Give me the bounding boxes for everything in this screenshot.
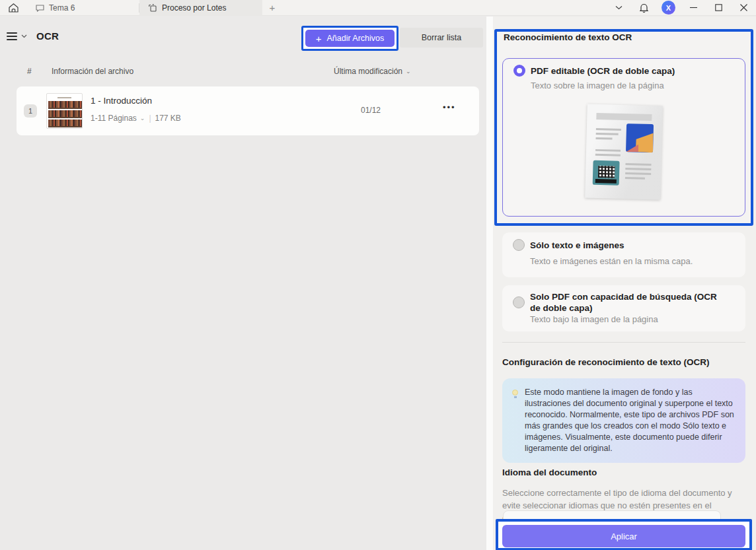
- menu-button[interactable]: [7, 32, 27, 40]
- tab-label: Proceso por Lotes: [162, 3, 226, 13]
- bookshelf-row: [48, 101, 82, 109]
- home-button[interactable]: [0, 0, 26, 16]
- chevron-down-icon: ⌄: [140, 115, 145, 121]
- close-button[interactable]: [731, 0, 756, 16]
- page-title: OCR: [36, 30, 59, 42]
- maximize-button[interactable]: [706, 0, 731, 16]
- doc-text-line: [625, 177, 645, 180]
- titlebar-right: X: [606, 0, 756, 16]
- file-list-area: OCR + Añadir Archivos Borrar lista # Inf…: [0, 17, 486, 550]
- tab-proceso-por-lotes[interactable]: Proceso por Lotes: [139, 0, 262, 16]
- add-files-button[interactable]: + Añadir Archivos: [305, 30, 395, 47]
- info-box: Este modo mantiene la imagen de fondo y …: [502, 378, 745, 463]
- doc-title-block: [596, 113, 652, 121]
- doc-photo-building: [593, 160, 620, 186]
- doc-text-line: [626, 172, 652, 175]
- plus-icon: +: [316, 33, 322, 44]
- option-label: Solo PDF con capacidad de búsqueda (OCR …: [530, 291, 728, 314]
- minimize-icon: [690, 4, 697, 11]
- hamburger-icon: [7, 32, 17, 40]
- vertical-divider: [486, 17, 493, 550]
- language-section-title: Idioma del documento: [502, 467, 597, 477]
- panel-title: Reconocimiento de texto OCR: [504, 32, 632, 42]
- annotation-box-apply: Aplicar: [496, 519, 752, 550]
- clear-list-label: Borrar lista: [422, 33, 461, 42]
- titlebar: Tema 6 Proceso por Lotes + X: [0, 0, 756, 16]
- document-preview-illustration: [586, 105, 662, 199]
- file-meta: 1-11 Páginas ⌄ | 177 KB: [91, 114, 181, 123]
- document-page: [585, 104, 663, 200]
- lightbulb-icon: [512, 390, 518, 395]
- annotation-box-add-files: + Añadir Archivos: [301, 26, 398, 51]
- option-description: Texto sobre la imagen de la página: [531, 81, 664, 90]
- page-range-selector[interactable]: 1-11 Páginas ⌄: [91, 114, 145, 123]
- last-modified-value: 01/12: [361, 106, 381, 115]
- doc-text-line: [595, 154, 621, 156]
- ocr-option-searchable-pdf[interactable]: Solo PDF con capacidad de búsqueda (OCR …: [502, 285, 745, 331]
- maximize-icon: [715, 4, 722, 11]
- ocr-settings-panel: Reconocimiento de texto OCR PDF editable…: [493, 17, 756, 550]
- thumbnail-title-line: [57, 97, 71, 98]
- plus-icon: +: [270, 2, 276, 13]
- option-description: Texto bajo la imagen de la página: [530, 314, 658, 324]
- new-tab-button[interactable]: +: [262, 0, 282, 16]
- doc-text-line: [595, 137, 612, 140]
- batch-process-icon: [149, 4, 157, 12]
- apply-button[interactable]: Aplicar: [502, 525, 745, 547]
- file-thumbnail: [46, 93, 83, 129]
- bookshelf-row: [48, 110, 82, 118]
- meta-separator: |: [149, 114, 151, 123]
- info-text: Este modo mantiene la imagen de fondo y …: [525, 388, 734, 453]
- tab-tema-6[interactable]: Tema 6: [26, 0, 139, 16]
- doc-building-base: [595, 179, 617, 184]
- notifications-button[interactable]: [631, 0, 656, 16]
- ocr-option-editable-pdf[interactable]: PDF editable (OCR de doble capa) Texto s…: [502, 58, 745, 217]
- table-row[interactable]: 1 1 - Introducción 1-11 Páginas ⌄ | 177 …: [17, 86, 479, 135]
- close-icon: [740, 4, 747, 11]
- table-header: # Información del archivo Última modific…: [0, 67, 486, 79]
- doc-text-line: [595, 132, 618, 135]
- tab-label: Tema 6: [49, 3, 75, 13]
- settings-section-title: Configuración de reconocimiento de texto…: [502, 357, 710, 367]
- add-files-label: Añadir Archivos: [326, 34, 384, 43]
- avatar-label: X: [666, 4, 671, 12]
- avatar[interactable]: X: [662, 1, 675, 15]
- bookshelf-row: [48, 120, 82, 127]
- section-divider: [502, 342, 745, 343]
- doc-text-line: [626, 163, 652, 166]
- clear-list-button[interactable]: Borrar lista: [400, 28, 483, 48]
- apply-label: Aplicar: [611, 532, 637, 541]
- bell-icon: [639, 3, 649, 13]
- home-icon: [8, 3, 19, 13]
- doc-text-line: [596, 127, 622, 130]
- doc-text-line: [626, 168, 652, 170]
- option-label: PDF editable (OCR de doble capa): [531, 65, 729, 77]
- column-last-modified[interactable]: Última modificación ⌄: [334, 67, 411, 76]
- radio-unselected[interactable]: [513, 239, 525, 251]
- column-file-info: Información del archivo: [52, 67, 133, 76]
- chevron-down-icon: [21, 34, 27, 38]
- file-title: 1 - Introducción: [91, 96, 152, 106]
- window-menu-button[interactable]: [606, 0, 631, 16]
- page-range-label: 1-11 Páginas: [91, 114, 137, 123]
- doc-photo-geometric: [626, 123, 654, 153]
- ocr-option-text-and-images[interactable]: Sólo texto e imágenes Texto e imágenes e…: [502, 232, 745, 277]
- option-label: Sólo texto e imágenes: [530, 240, 728, 251]
- comment-icon: [36, 4, 44, 12]
- row-more-button[interactable]: •••: [443, 102, 456, 112]
- sort-chevron-icon: ⌄: [406, 68, 411, 75]
- file-size: 177 KB: [155, 114, 181, 123]
- radio-unselected[interactable]: [513, 296, 525, 308]
- doc-text-line: [595, 149, 621, 152]
- minimize-button[interactable]: [681, 0, 706, 16]
- row-index-badge: 1: [24, 104, 37, 118]
- radio-selected[interactable]: [513, 65, 525, 77]
- option-description: Texto e imágenes están en la misma capa.: [530, 256, 693, 266]
- column-index: #: [27, 67, 32, 76]
- chevron-down-icon: [615, 5, 623, 10]
- doc-building-windows: [598, 166, 615, 178]
- column-last-modified-label: Última modificación: [334, 67, 402, 76]
